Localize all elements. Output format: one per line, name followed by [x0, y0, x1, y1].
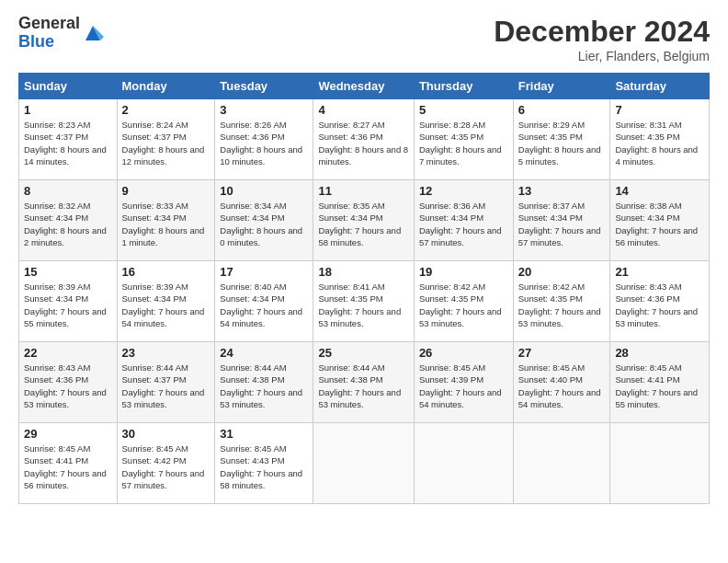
- day-number: 9: [122, 184, 210, 198]
- day-info: Sunrise: 8:45 AMSunset: 4:41 PMDaylight:…: [615, 362, 704, 410]
- day-info: Sunrise: 8:28 AMSunset: 4:35 PMDaylight:…: [419, 119, 508, 167]
- day-info: Sunrise: 8:42 AMSunset: 4:35 PMDaylight:…: [518, 281, 606, 329]
- calendar-cell: 10Sunrise: 8:34 AMSunset: 4:34 PMDayligh…: [215, 180, 313, 261]
- day-info: Sunrise: 8:41 AMSunset: 4:35 PMDaylight:…: [318, 281, 408, 329]
- day-number: 15: [24, 265, 112, 279]
- day-info: Sunrise: 8:39 AMSunset: 4:34 PMDaylight:…: [122, 281, 210, 329]
- day-number: 21: [615, 265, 704, 279]
- day-number: 17: [220, 265, 308, 279]
- calendar-week-3: 15Sunrise: 8:39 AMSunset: 4:34 PMDayligh…: [19, 261, 710, 342]
- day-number: 1: [24, 103, 112, 117]
- calendar-cell: 15Sunrise: 8:39 AMSunset: 4:34 PMDayligh…: [19, 261, 118, 342]
- day-info: Sunrise: 8:42 AMSunset: 4:35 PMDaylight:…: [419, 281, 508, 329]
- title-section: December 2024 Lier, Flanders, Belgium: [494, 15, 710, 63]
- day-info: Sunrise: 8:24 AMSunset: 4:37 PMDaylight:…: [122, 119, 210, 167]
- calendar-cell: 4Sunrise: 8:27 AMSunset: 4:36 PMDaylight…: [313, 99, 414, 180]
- calendar-cell: 28Sunrise: 8:45 AMSunset: 4:41 PMDayligh…: [610, 342, 710, 423]
- day-number: 12: [419, 184, 508, 198]
- day-number: 31: [220, 427, 308, 441]
- day-number: 24: [220, 346, 308, 360]
- calendar-cell: 16Sunrise: 8:39 AMSunset: 4:34 PMDayligh…: [117, 261, 215, 342]
- day-info: Sunrise: 8:29 AMSunset: 4:35 PMDaylight:…: [518, 119, 606, 167]
- calendar-cell: 5Sunrise: 8:28 AMSunset: 4:35 PMDaylight…: [414, 99, 513, 180]
- day-number: 14: [615, 184, 704, 198]
- calendar-cell: 7Sunrise: 8:31 AMSunset: 4:35 PMDaylight…: [610, 99, 710, 180]
- day-number: 16: [122, 265, 210, 279]
- day-header-monday: Monday: [117, 74, 215, 99]
- day-number: 30: [122, 427, 210, 441]
- calendar-cell: 26Sunrise: 8:45 AMSunset: 4:39 PMDayligh…: [414, 342, 513, 423]
- calendar-cell: 17Sunrise: 8:40 AMSunset: 4:34 PMDayligh…: [215, 261, 313, 342]
- calendar-week-4: 22Sunrise: 8:43 AMSunset: 4:36 PMDayligh…: [19, 342, 710, 423]
- day-info: Sunrise: 8:40 AMSunset: 4:34 PMDaylight:…: [220, 281, 308, 329]
- day-info: Sunrise: 8:36 AMSunset: 4:34 PMDaylight:…: [419, 200, 508, 248]
- day-header-thursday: Thursday: [414, 74, 513, 99]
- day-number: 2: [122, 103, 210, 117]
- day-number: 22: [24, 346, 112, 360]
- calendar-cell: 20Sunrise: 8:42 AMSunset: 4:35 PMDayligh…: [513, 261, 610, 342]
- day-number: 19: [419, 265, 508, 279]
- day-number: 3: [220, 103, 308, 117]
- day-number: 10: [220, 184, 308, 198]
- day-info: Sunrise: 8:45 AMSunset: 4:39 PMDaylight:…: [419, 362, 508, 410]
- header: General Blue December 2024 Lier, Flander…: [18, 15, 710, 63]
- calendar-cell: 6Sunrise: 8:29 AMSunset: 4:35 PMDaylight…: [513, 99, 610, 180]
- calendar-subtitle: Lier, Flanders, Belgium: [494, 49, 710, 63]
- calendar-cell: 12Sunrise: 8:36 AMSunset: 4:34 PMDayligh…: [414, 180, 513, 261]
- day-info: Sunrise: 8:44 AMSunset: 4:38 PMDaylight:…: [220, 362, 308, 410]
- calendar-cell: 2Sunrise: 8:24 AMSunset: 4:37 PMDaylight…: [117, 99, 215, 180]
- day-number: 23: [122, 346, 210, 360]
- calendar-cell: 21Sunrise: 8:43 AMSunset: 4:36 PMDayligh…: [610, 261, 710, 342]
- calendar-header-row: SundayMondayTuesdayWednesdayThursdayFrid…: [19, 74, 710, 99]
- calendar-week-5: 29Sunrise: 8:45 AMSunset: 4:41 PMDayligh…: [19, 423, 710, 504]
- calendar-cell: [313, 423, 414, 504]
- day-number: 27: [518, 346, 606, 360]
- day-info: Sunrise: 8:37 AMSunset: 4:34 PMDaylight:…: [518, 200, 606, 248]
- day-header-sunday: Sunday: [19, 74, 118, 99]
- logo-general: General: [18, 14, 80, 32]
- day-info: Sunrise: 8:44 AMSunset: 4:38 PMDaylight:…: [318, 362, 408, 410]
- day-info: Sunrise: 8:39 AMSunset: 4:34 PMDaylight:…: [24, 281, 112, 329]
- day-number: 25: [318, 346, 408, 360]
- calendar-cell: [610, 423, 710, 504]
- day-number: 7: [615, 103, 704, 117]
- day-info: Sunrise: 8:26 AMSunset: 4:36 PMDaylight:…: [220, 119, 308, 167]
- day-number: 13: [518, 184, 606, 198]
- day-info: Sunrise: 8:23 AMSunset: 4:37 PMDaylight:…: [24, 119, 112, 167]
- calendar-cell: 31Sunrise: 8:45 AMSunset: 4:43 PMDayligh…: [215, 423, 313, 504]
- day-header-tuesday: Tuesday: [215, 74, 313, 99]
- day-info: Sunrise: 8:32 AMSunset: 4:34 PMDaylight:…: [24, 200, 112, 248]
- day-number: 4: [318, 103, 408, 117]
- calendar-cell: 29Sunrise: 8:45 AMSunset: 4:41 PMDayligh…: [19, 423, 118, 504]
- day-info: Sunrise: 8:35 AMSunset: 4:34 PMDaylight:…: [318, 200, 408, 248]
- day-number: 29: [24, 427, 112, 441]
- day-number: 11: [318, 184, 408, 198]
- logo-text: General Blue: [18, 15, 80, 52]
- day-header-wednesday: Wednesday: [313, 74, 414, 99]
- calendar-cell: 1Sunrise: 8:23 AMSunset: 4:37 PMDaylight…: [19, 99, 118, 180]
- day-header-friday: Friday: [513, 74, 610, 99]
- calendar-week-1: 1Sunrise: 8:23 AMSunset: 4:37 PMDaylight…: [19, 99, 710, 180]
- day-info: Sunrise: 8:43 AMSunset: 4:36 PMDaylight:…: [615, 281, 704, 329]
- calendar-cell: 13Sunrise: 8:37 AMSunset: 4:34 PMDayligh…: [513, 180, 610, 261]
- calendar-cell: 19Sunrise: 8:42 AMSunset: 4:35 PMDayligh…: [414, 261, 513, 342]
- day-info: Sunrise: 8:45 AMSunset: 4:43 PMDaylight:…: [220, 442, 308, 491]
- day-info: Sunrise: 8:38 AMSunset: 4:34 PMDaylight:…: [615, 200, 704, 248]
- calendar-title: December 2024: [494, 15, 710, 49]
- calendar-cell: 8Sunrise: 8:32 AMSunset: 4:34 PMDaylight…: [19, 180, 118, 261]
- day-number: 8: [24, 184, 112, 198]
- day-info: Sunrise: 8:31 AMSunset: 4:35 PMDaylight:…: [615, 119, 704, 167]
- page: General Blue December 2024 Lier, Flander…: [0, 0, 728, 563]
- calendar-cell: 27Sunrise: 8:45 AMSunset: 4:40 PMDayligh…: [513, 342, 610, 423]
- logo-icon: [82, 22, 104, 44]
- calendar-cell: [414, 423, 513, 504]
- logo: General Blue: [18, 15, 104, 52]
- calendar-cell: 3Sunrise: 8:26 AMSunset: 4:36 PMDaylight…: [215, 99, 313, 180]
- day-header-saturday: Saturday: [610, 74, 710, 99]
- calendar-cell: 14Sunrise: 8:38 AMSunset: 4:34 PMDayligh…: [610, 180, 710, 261]
- day-info: Sunrise: 8:27 AMSunset: 4:36 PMDaylight:…: [318, 119, 408, 167]
- day-number: 18: [318, 265, 408, 279]
- calendar-cell: 11Sunrise: 8:35 AMSunset: 4:34 PMDayligh…: [313, 180, 414, 261]
- calendar-cell: 30Sunrise: 8:45 AMSunset: 4:42 PMDayligh…: [117, 423, 215, 504]
- day-number: 28: [615, 346, 704, 360]
